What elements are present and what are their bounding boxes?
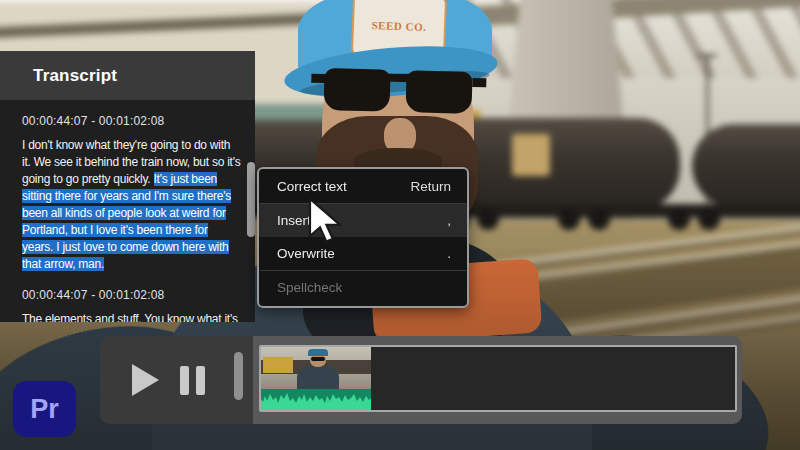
transcript-panel-header: Transcript bbox=[0, 51, 255, 100]
premiere-pro-screen: SEED CO. Transcript 00:00:44:07 - 00:01:… bbox=[0, 0, 800, 450]
mini-speaker bbox=[297, 365, 339, 389]
transcript-timecode: 00:00:44:07 - 00:01:02:08 bbox=[22, 114, 241, 128]
mouse-cursor-icon bbox=[308, 198, 350, 250]
menu-item-label: Spellcheck bbox=[277, 280, 342, 295]
clip-video-frame bbox=[261, 347, 371, 389]
menu-item-spellcheck: Spellcheck bbox=[259, 271, 467, 304]
player-timeline-container bbox=[253, 336, 742, 424]
transcript-selected-text[interactable]: It's just been sitting there for years a… bbox=[22, 172, 231, 271]
transcript-context-menu: Correct text Return Insert , Overwrite .… bbox=[257, 167, 469, 308]
menu-item-overwrite[interactable]: Overwrite . bbox=[259, 237, 467, 270]
sunglasses-bridge bbox=[384, 74, 412, 83]
transcript-scrollbar[interactable] bbox=[247, 162, 255, 237]
transcript-text[interactable]: The elements and stuff. You know what it… bbox=[22, 312, 238, 322]
menu-item-insert[interactable]: Insert , bbox=[259, 204, 467, 237]
sunglasses-lens bbox=[406, 70, 473, 114]
transcript-segment[interactable]: I don't know what they're going to do wi… bbox=[22, 137, 241, 273]
menu-item-shortcut: Return bbox=[410, 179, 451, 194]
timeline-strip[interactable] bbox=[259, 345, 737, 412]
sunglasses bbox=[319, 68, 478, 118]
drag-handle[interactable] bbox=[234, 352, 243, 400]
play-icon bbox=[126, 362, 162, 398]
premiere-pro-logo-text: Pr bbox=[30, 394, 59, 425]
pause-icon bbox=[196, 366, 205, 395]
pause-icon bbox=[180, 366, 189, 395]
transcript-segment[interactable]: The elements and stuff. You know what it… bbox=[22, 311, 241, 322]
mini-speaker-sunglasses bbox=[311, 357, 325, 361]
menu-item-label: Insert bbox=[277, 213, 311, 228]
menu-item-correct-text[interactable]: Correct text Return bbox=[259, 170, 467, 203]
premiere-pro-logo: Pr bbox=[13, 381, 76, 437]
clip-thumbnail[interactable] bbox=[261, 347, 371, 410]
cursor-arrow-icon bbox=[308, 198, 350, 250]
sunglasses-lens bbox=[324, 68, 391, 112]
sunglasses-temple bbox=[311, 74, 325, 83]
sunglasses-temple bbox=[472, 78, 486, 87]
transcript-panel-title: Transcript bbox=[33, 66, 117, 86]
menu-item-label: Correct text bbox=[277, 179, 347, 194]
pause-button[interactable] bbox=[174, 362, 210, 398]
player-controls bbox=[100, 336, 253, 424]
transcript-panel: 00:00:44:07 - 00:01:02:08 I don't know w… bbox=[0, 100, 255, 322]
mini-speaker-cap bbox=[308, 349, 328, 356]
play-button[interactable] bbox=[126, 362, 162, 398]
audio-waveform bbox=[261, 389, 371, 410]
menu-item-shortcut: , bbox=[447, 213, 451, 228]
menu-item-shortcut: . bbox=[447, 246, 451, 261]
waveform-icon bbox=[261, 389, 371, 410]
transcript-timecode: 00:00:44:07 - 00:01:02:08 bbox=[22, 288, 241, 302]
mini-boxcar bbox=[263, 357, 293, 373]
